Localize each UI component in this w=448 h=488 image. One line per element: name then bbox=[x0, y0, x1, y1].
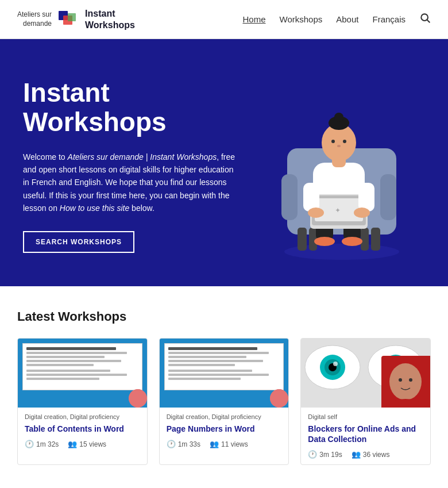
logo-text-left: Ateliers sur demande bbox=[17, 10, 52, 28]
svg-point-45 bbox=[384, 399, 427, 408]
svg-rect-2 bbox=[68, 13, 76, 21]
svg-point-31 bbox=[331, 140, 335, 143]
clock-icon: 🕐 bbox=[167, 440, 176, 448]
hero-content: Instant Workshops Welcome to Ateliers su… bbox=[23, 78, 241, 252]
card-category: Digital creation, Digital proficiency bbox=[167, 413, 282, 420]
word-doc-preview bbox=[22, 343, 142, 390]
workshops-grid: Digital creation, Digital proficiency Ta… bbox=[17, 338, 431, 465]
svg-point-38 bbox=[333, 362, 338, 366]
workshop-card[interactable]: Digital self Blockers for Online Ads and… bbox=[300, 338, 431, 465]
card-duration: 🕐 1m 33s bbox=[167, 440, 200, 448]
card-body: Digital creation, Digital proficiency Ta… bbox=[18, 408, 147, 454]
card-meta: 🕐 1m 33s 👥 11 views bbox=[167, 440, 282, 448]
card-thumbnail bbox=[18, 339, 147, 408]
svg-rect-8 bbox=[281, 174, 298, 220]
svg-point-44 bbox=[389, 363, 422, 400]
latest-workshops-section: Latest Workshops Digital creation, D bbox=[0, 286, 448, 477]
search-icon bbox=[419, 12, 431, 24]
svg-line-4 bbox=[427, 20, 430, 23]
svg-point-30 bbox=[334, 113, 343, 122]
search-button[interactable] bbox=[419, 12, 431, 26]
workshop-card[interactable]: Digital creation, Digital proficiency Pa… bbox=[159, 338, 289, 465]
presenter-avatar bbox=[270, 389, 288, 408]
word-doc-preview bbox=[164, 343, 284, 390]
views-icon: 👥 bbox=[68, 440, 77, 448]
nav-workshops[interactable]: Workshops bbox=[280, 14, 323, 24]
card-views: 👥 11 views bbox=[210, 440, 248, 448]
site-header: Ateliers sur demande Instant Workshops H… bbox=[0, 0, 448, 39]
card-views: 👥 36 views bbox=[352, 450, 390, 459]
svg-rect-12 bbox=[361, 228, 369, 251]
workshop-card[interactable]: Digital creation, Digital proficiency Ta… bbox=[17, 338, 148, 465]
nav-home[interactable]: Home bbox=[242, 14, 265, 24]
hero-title: Instant Workshops bbox=[23, 78, 241, 136]
card-meta: 🕐 1m 32s 👥 15 views bbox=[25, 440, 140, 448]
svg-rect-13 bbox=[371, 228, 380, 251]
card-body: Digital creation, Digital proficiency Pa… bbox=[160, 408, 289, 454]
card-title: Blockers for Online Ads and Data Collect… bbox=[308, 424, 423, 444]
svg-point-47 bbox=[409, 378, 412, 382]
main-nav: Home Workshops About Français bbox=[242, 12, 431, 26]
svg-point-16 bbox=[314, 237, 335, 246]
svg-rect-10 bbox=[298, 228, 307, 251]
card-category: Digital self bbox=[308, 413, 423, 420]
presenter-face bbox=[381, 356, 430, 408]
card-thumbnail bbox=[301, 339, 430, 408]
views-icon: 👥 bbox=[352, 450, 361, 459]
svg-text:✦: ✦ bbox=[335, 206, 341, 214]
svg-rect-9 bbox=[380, 174, 396, 220]
presenter-avatar bbox=[129, 389, 147, 408]
svg-point-32 bbox=[343, 140, 346, 143]
latest-workshops-title: Latest Workshops bbox=[17, 309, 431, 324]
svg-rect-24 bbox=[358, 183, 374, 212]
search-workshops-button[interactable]: SEARCH WORKSHOPS bbox=[23, 231, 134, 253]
views-icon: 👥 bbox=[210, 440, 219, 448]
logo-icon bbox=[56, 7, 80, 32]
svg-point-25 bbox=[308, 208, 324, 218]
card-title: Table of Contents in Word bbox=[25, 424, 140, 434]
svg-point-3 bbox=[421, 14, 428, 21]
card-body: Digital self Blockers for Online Ads and… bbox=[301, 408, 430, 464]
hero-illustration: ✦ bbox=[253, 68, 425, 263]
svg-point-46 bbox=[399, 378, 402, 382]
card-views: 👥 15 views bbox=[68, 440, 106, 448]
svg-rect-23 bbox=[303, 183, 319, 212]
hero-section: Instant Workshops Welcome to Ateliers su… bbox=[0, 39, 448, 286]
svg-point-26 bbox=[354, 208, 370, 218]
clock-icon: 🕐 bbox=[308, 450, 317, 459]
card-meta: 🕐 3m 19s 👥 36 views bbox=[308, 450, 423, 459]
person-illustration: ✦ bbox=[253, 68, 425, 263]
clock-icon: 🕐 bbox=[25, 440, 34, 448]
svg-point-33 bbox=[337, 145, 341, 147]
svg-point-17 bbox=[342, 237, 362, 246]
logo: Ateliers sur demande Instant Workshops bbox=[17, 7, 135, 32]
card-duration: 🕐 3m 19s bbox=[308, 450, 342, 459]
card-title: Page Numbers in Word bbox=[167, 424, 282, 434]
hero-description: Welcome to Ateliers sur demande | Instan… bbox=[23, 151, 241, 215]
card-category: Digital creation, Digital proficiency bbox=[25, 413, 140, 420]
nav-language[interactable]: Français bbox=[372, 14, 405, 24]
nav-about[interactable]: About bbox=[336, 14, 358, 24]
card-thumbnail bbox=[160, 339, 289, 408]
card-duration: 🕐 1m 32s bbox=[25, 440, 59, 448]
logo-text-right: Instant Workshops bbox=[85, 8, 135, 30]
